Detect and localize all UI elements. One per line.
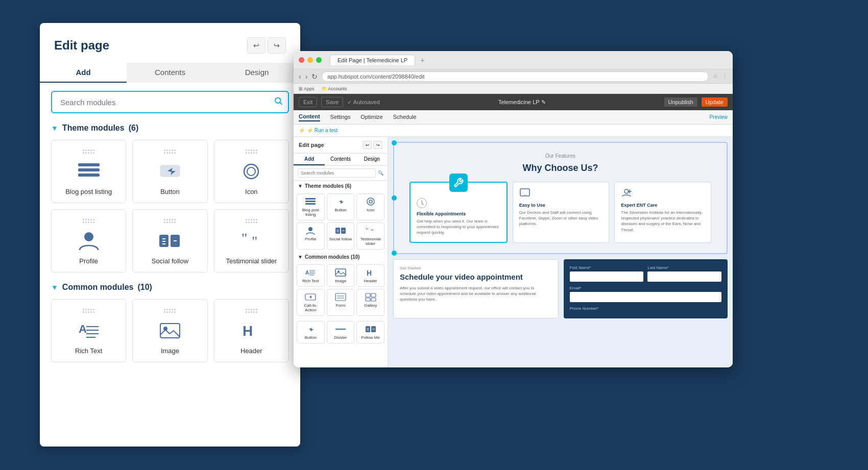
inner-redo-button[interactable]: ↪ — [373, 141, 382, 149]
browser-content: Edit page ↩ ↪ Add Contents Design 🔍 ▼ Th… — [294, 137, 733, 367]
handle-bottom-left[interactable] — [392, 251, 397, 256]
tab-add[interactable]: Add — [40, 63, 127, 83]
redo-button[interactable]: ↪ — [268, 37, 286, 54]
module-blog-post-listing[interactable]: Blog post listing — [51, 140, 126, 203]
module-icon[interactable]: Icon — [214, 140, 289, 203]
website-preview: Our Features Why Choose Us? — [388, 137, 733, 367]
tablet-icon — [519, 188, 531, 197]
main-tabs: Add Contents Design — [40, 63, 300, 83]
svg-text:": " — [371, 228, 374, 235]
inner-module-social-follow[interactable]: Social follow — [327, 222, 355, 250]
inner-module-header[interactable]: H Header — [356, 264, 384, 287]
module-label-header: Header — [240, 347, 262, 355]
inner-undo-button[interactable]: ↩ — [363, 141, 372, 149]
inner-module-divider[interactable]: Divider — [327, 321, 355, 343]
inner-tab-design[interactable]: Design — [356, 154, 388, 165]
inner-module-button2[interactable]: Button — [297, 321, 325, 343]
refresh-button[interactable]: ↻ — [311, 72, 318, 81]
traffic-light-green[interactable] — [316, 57, 322, 63]
image-icon — [157, 319, 183, 342]
preview-button[interactable]: Preview — [709, 114, 728, 120]
dots-pattern — [164, 219, 176, 223]
dots-pattern — [246, 150, 257, 154]
inner-module-gallery[interactable]: Gallery — [356, 289, 384, 316]
nav-tab-schedule[interactable]: Schedule — [393, 114, 417, 121]
forward-button[interactable]: › — [305, 72, 308, 81]
first-name-input[interactable] — [570, 271, 644, 282]
handle-center-left[interactable] — [392, 195, 397, 201]
search-input[interactable] — [51, 91, 289, 113]
module-profile[interactable]: Profile — [51, 209, 126, 273]
inner-module-blog[interactable]: Blog post listing — [297, 193, 325, 220]
inner-common-header: ▼ Common modules (10) — [294, 252, 388, 262]
browser-chrome: Edit Page | Telemedicine LP + — [294, 51, 733, 69]
search-icon-button[interactable] — [274, 96, 283, 108]
inner-tab-add[interactable]: Add — [294, 154, 325, 165]
svg-rect-4 — [78, 174, 100, 177]
bookmark-icon[interactable]: ☆ — [713, 73, 718, 80]
nav-tab-content[interactable]: Content — [299, 113, 320, 121]
inner-theme-grid: Blog post listing Button Icon — [294, 191, 388, 252]
unpublish-button[interactable]: Unpublish — [664, 97, 697, 107]
undo-button[interactable]: ↩ — [247, 37, 266, 54]
module-rich-text[interactable]: A Rich Text — [51, 299, 126, 362]
inner-chevron-icon-2: ▼ — [298, 254, 303, 260]
nav-tab-settings[interactable]: Settings — [330, 114, 351, 121]
traffic-light-yellow[interactable] — [307, 57, 313, 63]
back-button[interactable]: ‹ — [299, 72, 301, 81]
active-tool-overlay — [449, 174, 468, 192]
svg-rect-55 — [366, 326, 370, 332]
settings-icon[interactable]: ⋮ — [722, 73, 728, 80]
handle-top-left[interactable] — [392, 140, 397, 145]
card3-icon — [621, 188, 705, 200]
inner-tab-contents[interactable]: Contents — [325, 154, 356, 165]
inner-module-image[interactable]: Image — [327, 264, 355, 287]
svg-text:": " — [252, 233, 257, 249]
left-edit-panel: Edit page ↩ ↪ Add Contents Design ▼ Them… — [40, 23, 300, 447]
inner-module-icon-type[interactable]: Icon — [356, 193, 384, 220]
inner-module-form[interactable]: Form — [327, 289, 355, 316]
module-label-testimonial: Testimonial slider — [226, 257, 277, 265]
module-social-follow[interactable]: Social follow — [132, 209, 207, 273]
module-button[interactable]: Button — [132, 140, 207, 203]
tab-design[interactable]: Design — [213, 63, 300, 83]
feature-card-1[interactable]: Flexible Appointments Get help when you … — [409, 182, 508, 243]
inner-module-rich-text[interactable]: A Rich Text — [297, 264, 325, 287]
inner-search-input[interactable] — [298, 168, 376, 178]
inner-module-follow-me[interactable]: Follow Me — [356, 321, 384, 343]
save-button[interactable]: Save — [321, 97, 343, 107]
inner-module-profile[interactable]: Profile — [297, 222, 325, 250]
module-testimonial-slider[interactable]: " " Testimonial slider — [214, 209, 289, 273]
browser-tab[interactable]: Edit Page | Telemedicine LP — [330, 55, 415, 65]
svg-text:A: A — [305, 270, 309, 276]
run-test-bar[interactable]: ⚡ ⚡ Run a test — [294, 125, 733, 137]
get-started-label: Get Started — [400, 266, 552, 270]
update-button[interactable]: Update — [702, 97, 728, 107]
address-input[interactable] — [322, 71, 709, 82]
inner-module-testimonial[interactable]: " " Testimonial slider — [356, 222, 384, 250]
module-image[interactable]: Image — [132, 299, 207, 362]
inner-cta-label: Call-to-Action — [299, 303, 322, 312]
rich-text-icon: A — [76, 319, 102, 342]
inner-image-icon — [335, 268, 346, 277]
inner-undo-redo: ↩ ↪ — [363, 141, 382, 149]
card1-title: Flexible Appointments — [417, 211, 500, 216]
nav-tab-optimize[interactable]: Optimize — [360, 114, 382, 121]
traffic-light-red[interactable] — [299, 57, 304, 63]
new-tab-button[interactable]: + — [420, 56, 424, 64]
inner-social-icon — [335, 226, 346, 235]
inner-gallery-icon — [365, 292, 376, 302]
exit-button[interactable]: Exit — [299, 97, 317, 107]
svg-rect-22 — [160, 324, 180, 338]
last-name-input[interactable] — [647, 271, 721, 282]
inner-module-button[interactable]: Button — [327, 193, 355, 220]
tab-contents[interactable]: Contents — [127, 63, 213, 83]
inner-social-label: Social follow — [329, 237, 352, 241]
inner-profile-icon — [305, 226, 316, 235]
inner-tabs: Add Contents Design — [294, 154, 388, 166]
inner-module-cta[interactable]: Call-to-Action — [297, 289, 325, 316]
search-wrapper — [51, 91, 289, 113]
module-header[interactable]: H Header — [214, 299, 289, 362]
email-input[interactable] — [570, 292, 722, 302]
common-modules-label: Common modules — [62, 283, 134, 292]
